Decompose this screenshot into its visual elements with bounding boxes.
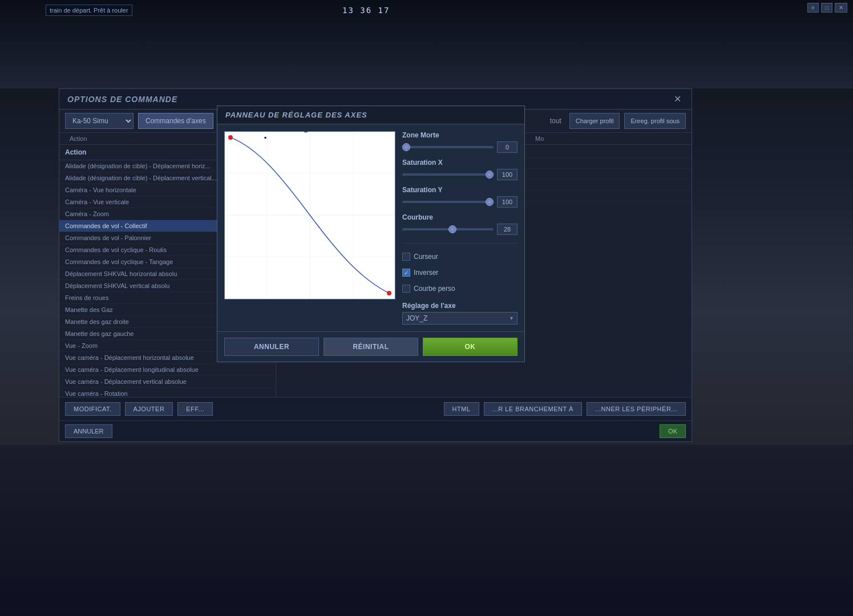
controls-panel: Zone Morte 0 Saturation X 100 bbox=[402, 131, 518, 325]
axis-panel-buttons: ANNULER RÉINITIAL OK bbox=[217, 331, 524, 362]
zone-morte-value: 0 bbox=[497, 141, 518, 153]
axis-panel-modal: PANNEAU DE RÉGLAGE DES AXES bbox=[217, 106, 525, 362]
inverser-checkbox[interactable] bbox=[402, 269, 410, 277]
axis-select[interactable]: JOY_Z JOY_X JOY_Y JOY_RX JOY_RY JOY_RZ bbox=[402, 312, 518, 325]
axis-select-group: Réglage de l'axe JOY_Z JOY_X JOY_Y JOY_R… bbox=[402, 302, 518, 325]
courbure-slider-row: 28 bbox=[402, 224, 518, 235]
saturation-x-group: Saturation X 100 bbox=[402, 159, 518, 180]
saturation-y-thumb bbox=[486, 198, 494, 206]
saturation-x-slider[interactable] bbox=[402, 173, 494, 176]
saturation-x-thumb bbox=[486, 171, 494, 179]
courbure-value: 28 bbox=[497, 224, 518, 235]
axis-panel-title: PANNEAU DE RÉGLAGE DES AXES bbox=[217, 106, 524, 124]
curseur-label: Curseur bbox=[414, 253, 438, 261]
saturation-y-group: Saturation Y 100 bbox=[402, 186, 518, 208]
dialog-title: OPTIONS DE COMMANDE bbox=[67, 95, 177, 104]
peripheriques-button[interactable]: ...nner les périphér... bbox=[587, 402, 686, 416]
action-item-17[interactable]: Vue caméra - Déplacement longitudinal ab… bbox=[59, 364, 276, 376]
bottom-buttons-row2: ANNULER OK bbox=[59, 420, 692, 441]
axis-reinitial-button[interactable]: RÉINITIAL bbox=[324, 338, 418, 356]
corner-btn-2[interactable]: □ bbox=[821, 3, 832, 13]
action-item-18[interactable]: Vue caméra - Déplacement vertical absolu… bbox=[59, 376, 276, 388]
curve-svg bbox=[225, 132, 395, 299]
ajouter-button[interactable]: AJOUTER bbox=[125, 402, 173, 416]
zone-morte-thumb bbox=[402, 143, 410, 151]
saturation-y-slider[interactable] bbox=[402, 201, 494, 203]
saturation-x-label: Saturation X bbox=[402, 159, 518, 167]
annuler-main-button[interactable]: ANNULER bbox=[65, 424, 112, 438]
courbe-perso-checkbox[interactable] bbox=[402, 285, 410, 293]
col-action-header: Action bbox=[65, 133, 220, 144]
effacer-button[interactable]: EFF... bbox=[177, 402, 213, 416]
saturation-y-value: 100 bbox=[497, 196, 518, 208]
zone-morte-slider-row: 0 bbox=[402, 141, 518, 153]
zone-morte-label: Zone Morte bbox=[402, 131, 518, 139]
time-display: 13 36 17 bbox=[342, 6, 390, 15]
saturation-x-value: 100 bbox=[497, 169, 518, 180]
courbure-group: Courbure 28 bbox=[402, 213, 518, 235]
axis-annuler-button[interactable]: ANNULER bbox=[224, 338, 319, 356]
tout-label: tout bbox=[547, 117, 565, 125]
bottom-buttons-row1: MODIFICAT. AJOUTER EFF... HTML ...r le b… bbox=[59, 397, 692, 420]
top-right-controls: ≡ □ ✕ bbox=[807, 3, 847, 13]
divider bbox=[402, 243, 518, 244]
saturation-x-slider-row: 100 bbox=[402, 169, 518, 180]
action-item-19[interactable]: Vue caméra - Rotation bbox=[59, 388, 276, 397]
inverser-label: Inverser bbox=[414, 269, 438, 277]
corner-btn-close[interactable]: ✕ bbox=[835, 3, 847, 13]
html-button[interactable]: HTML bbox=[444, 402, 479, 416]
courbe-perso-row[interactable]: Courbe perso bbox=[402, 285, 518, 293]
charger-profil-button[interactable]: Charger profil bbox=[569, 113, 620, 129]
axis-select-label: Réglage de l'axe bbox=[402, 302, 518, 310]
svg-point-9 bbox=[387, 291, 391, 295]
courbure-label: Courbure bbox=[402, 213, 518, 221]
modificat-button[interactable]: MODIFICAT. bbox=[65, 402, 120, 416]
corner-btn-1[interactable]: ≡ bbox=[807, 3, 819, 13]
axis-ok-button[interactable]: OK bbox=[423, 338, 518, 356]
axis-select-wrapper: JOY_Z JOY_X JOY_Y JOY_RX JOY_RY JOY_RZ bbox=[402, 312, 518, 325]
zone-morte-group: Zone Morte 0 bbox=[402, 131, 518, 153]
svg-rect-6 bbox=[304, 132, 308, 132]
branchement-button[interactable]: ...r le branchement à bbox=[484, 402, 582, 416]
axis-panel-body: Zone Morte 0 Saturation X 100 bbox=[217, 124, 524, 331]
cockpit-bottom bbox=[0, 445, 853, 616]
courbure-thumb bbox=[448, 225, 456, 233]
col-device3-header: Mo bbox=[531, 133, 686, 144]
saturation-y-slider-row: 100 bbox=[402, 196, 518, 208]
svg-point-10 bbox=[228, 135, 233, 140]
zone-morte-slider[interactable] bbox=[402, 146, 494, 148]
curve-container bbox=[224, 131, 395, 299]
courbe-perso-label: Courbe perso bbox=[414, 285, 455, 293]
enreg-profil-button[interactable]: Enreg. profil sous bbox=[624, 113, 686, 129]
curseur-checkbox[interactable] bbox=[402, 253, 410, 261]
curseur-row[interactable]: Curseur bbox=[402, 253, 518, 261]
tab-axes-button[interactable]: Commandes d'axes bbox=[138, 113, 213, 129]
ok-main-button[interactable]: OK bbox=[660, 424, 686, 438]
dialog-close-button[interactable]: ✕ bbox=[672, 94, 684, 104]
saturation-y-label: Saturation Y bbox=[402, 186, 518, 194]
aircraft-dropdown[interactable]: Ka-50 Simu bbox=[65, 113, 134, 129]
inverser-row[interactable]: Inverser bbox=[402, 269, 518, 277]
courbure-slider[interactable] bbox=[402, 228, 494, 230]
train-text: train de départ. Prêt à rouler bbox=[46, 5, 132, 16]
svg-rect-7 bbox=[265, 137, 266, 139]
